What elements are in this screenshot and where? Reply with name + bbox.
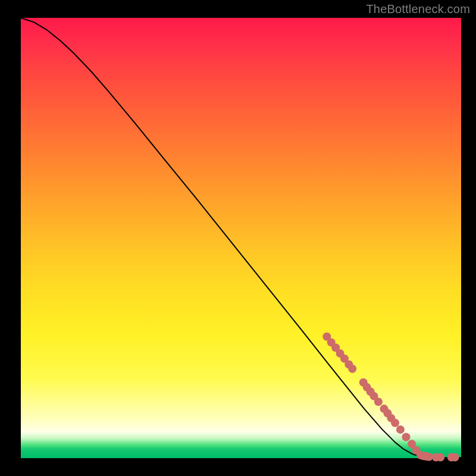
attribution-label: TheBottleneck.com [366, 2, 470, 16]
data-marker [374, 397, 383, 406]
data-markers [322, 333, 459, 462]
data-marker [348, 365, 356, 373]
data-marker [391, 419, 399, 427]
data-marker [436, 453, 444, 462]
data-marker [451, 453, 459, 462]
data-marker [402, 433, 411, 441]
plot-area [21, 18, 461, 458]
data-marker [396, 425, 405, 434]
plot-svg [21, 18, 461, 458]
bottleneck-curve [21, 18, 461, 458]
chart-stage: TheBottleneck.com [0, 0, 476, 476]
